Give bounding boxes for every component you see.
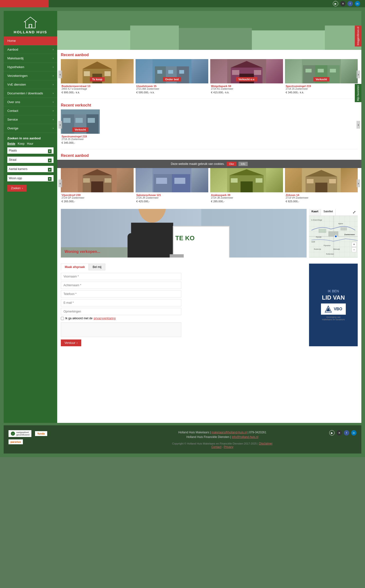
nav-vve[interactable]: VvE diensten › xyxy=(4,80,57,89)
prev-arrow-2[interactable]: ‹ xyxy=(58,179,62,187)
footer-email-makelaars[interactable]: makelaars@holland-huis.nl xyxy=(211,431,247,434)
inloggen-strip[interactable]: Inloggen/krovo.nl xyxy=(355,26,361,46)
verstuur-button[interactable]: Verstuur › xyxy=(61,339,81,346)
property-card-r3-4[interactable]: Zirkoon 14 2719 VH Zoetermeer € 825.000,… xyxy=(285,168,358,204)
privacy-checkbox[interactable] xyxy=(61,317,64,320)
prev-arrow-v[interactable]: ‹ xyxy=(58,121,62,129)
footer: ✓ vastgoedcertgecertificeerd funda parar… xyxy=(4,425,361,454)
nav-verzekeringen[interactable]: Verzekeringen › xyxy=(4,71,57,80)
telefoon-input[interactable] xyxy=(61,290,181,298)
property-card-r3-3[interactable]: Azaleaspark 39 2724 JB Zoetermeer € 285.… xyxy=(210,168,283,204)
next-arrow-1[interactable]: › xyxy=(356,71,360,78)
status-badge-4: Verkocht xyxy=(313,77,329,81)
property-grid-1: ‹ Te koop xyxy=(57,59,361,98)
svg-rect-71 xyxy=(329,179,336,183)
content-filler xyxy=(57,350,361,423)
footer-copyright: Copyright © Holland Huis Makelaars en Fi… xyxy=(115,442,329,449)
form-tab-afspraak[interactable]: Maak afspraak xyxy=(61,264,89,270)
prop-svg-r3 xyxy=(210,168,283,192)
nav-makelaardij[interactable]: Makelaardij › xyxy=(4,54,57,63)
footer-disclaimer[interactable]: Disclaimer xyxy=(259,442,273,445)
footer-facebook-icon[interactable]: f xyxy=(344,430,349,436)
property-card-r3-1[interactable]: Vijverdreef 230 2724 GP Zoetermeer € 265… xyxy=(61,168,134,204)
search-koop[interactable]: Koop xyxy=(18,142,25,145)
svg-rect-63 xyxy=(241,181,253,192)
property-image-r3-4 xyxy=(285,168,358,192)
cookie-text: Deze website maakt gebruik van cookies. xyxy=(171,162,225,166)
zoeken-button[interactable]: Zoeken › xyxy=(7,185,27,192)
property-name-4[interactable]: Spectrumsingel 219 xyxy=(286,85,357,88)
property-price-4: € 345.000,- k.k. xyxy=(286,91,357,94)
vastgoedcert-icon: ✓ xyxy=(10,431,15,436)
favorieten-strip[interactable]: Mijn favorieten xyxy=(355,84,361,102)
verstuur-arrow-icon: › xyxy=(77,341,78,345)
search-huur[interactable]: Huur xyxy=(27,142,33,145)
footer-privacy[interactable]: Privacy xyxy=(224,445,233,449)
prev-arrow-1[interactable]: ‹ xyxy=(58,71,62,78)
property-name-1[interactable]: Boekelermeerstraat 13 xyxy=(62,85,133,88)
property-card-v1[interactable]: Verkocht Spectrumsingel 219 2718 JS Zoet… xyxy=(61,109,100,145)
map-tabs: Kaart Satelliet ⤢ xyxy=(309,209,358,216)
vbo-logo-icon xyxy=(325,305,332,313)
twitter-icon[interactable]: ✕ xyxy=(340,1,346,6)
nav-documenten[interactable]: Documenten / downloads › xyxy=(4,89,57,98)
footer-play-icon[interactable]: ▶ xyxy=(329,430,335,436)
footer-twitter-icon[interactable]: ✕ xyxy=(337,430,342,436)
map-zoom-out[interactable]: − xyxy=(352,247,356,252)
nav-contact[interactable]: Contact › xyxy=(4,107,57,115)
email-input[interactable] xyxy=(61,299,181,306)
nav-service[interactable]: Service › xyxy=(4,115,57,124)
svg-rect-4 xyxy=(76,23,122,50)
footer-email-diensten[interactable]: info@holland-huis.nl xyxy=(232,435,258,439)
property-card-r3-2[interactable]: Salomeschouw 121 2726 JR Zoetermeer € 42… xyxy=(136,168,208,204)
next-arrow-v[interactable]: › xyxy=(356,121,360,129)
achternaam-input[interactable] xyxy=(61,282,181,289)
kamers-select[interactable]: Aantal kamers xyxy=(7,166,54,172)
map-tab-satelliet[interactable]: Satelliet xyxy=(321,209,336,215)
property-info-1: Boekelermeerstraat 13 2493 XJ 's-Gravenh… xyxy=(61,83,134,95)
woonopp-select[interactable]: Woon.opp xyxy=(7,175,54,181)
next-arrow-2[interactable]: › xyxy=(356,179,360,187)
property-card-3[interactable]: Verkocht o.v. Weigeliapark 59 2724 RJ Zo… xyxy=(210,59,283,95)
arrow-icon: › xyxy=(53,48,54,51)
property-card-1[interactable]: Te koop Boekelermeerstraat 13 2493 XJ 's… xyxy=(61,59,134,95)
property-name-r3-2[interactable]: Salomeschouw 121 xyxy=(136,194,208,196)
facebook-icon[interactable]: f xyxy=(347,1,353,6)
woning-text[interactable]: Woning verkopen... xyxy=(64,249,100,254)
property-name-v1[interactable]: Spectrumsingel 219 xyxy=(62,135,99,138)
nav-aanbod[interactable]: Aanbod › xyxy=(4,45,57,54)
property-price-r3-4: € 825.000,- xyxy=(286,200,357,203)
straal-select[interactable]: Straal xyxy=(7,157,54,163)
search-beide[interactable]: Beide xyxy=(7,142,15,145)
property-name-r3-1[interactable]: Vijverdreef 230 xyxy=(62,194,133,196)
nav-hypotheken[interactable]: Hypotheken › xyxy=(4,63,57,71)
nav-overige[interactable]: Overige › xyxy=(4,124,57,133)
map-tab-kaart[interactable]: Kaart xyxy=(309,209,321,215)
footer-linkedin-icon[interactable]: in xyxy=(351,430,356,436)
plaats-select[interactable]: Plaats xyxy=(7,147,54,154)
play-icon[interactable]: ▶ xyxy=(333,1,338,6)
map-expand-icon[interactable]: ⤢ xyxy=(351,209,358,215)
map-zoom-in[interactable]: + xyxy=(352,242,356,247)
property-name-r3-4[interactable]: Zirkoon 14 xyxy=(286,194,357,196)
footer-hh-makelaars: Holland Huis Makelaars | makelaars@holla… xyxy=(115,430,329,435)
form-tab-bel[interactable]: Bel mij xyxy=(89,264,105,270)
property-card-4[interactable]: Verkocht Spectrumsingel 219 2718 JS Zoet… xyxy=(285,59,358,95)
cookie-info-button[interactable]: Info xyxy=(238,162,248,166)
footer-contact[interactable]: Contact xyxy=(211,445,221,449)
woning-image: TE KO Woning verkopen... xyxy=(61,209,307,258)
nav-home[interactable]: Home xyxy=(4,36,57,45)
property-price-r3-2: € 425.000,- xyxy=(136,200,208,203)
property-addr-r3-1: 2724 GP Zoetermeer xyxy=(62,196,133,199)
opmerkingen-input[interactable] xyxy=(61,308,181,315)
property-name-r3-3[interactable]: Azaleaspark 39 xyxy=(211,194,282,196)
privacy-link[interactable]: privacyverklaring xyxy=(94,317,116,320)
nav-overons[interactable]: Over ons › xyxy=(4,98,57,107)
property-name-2[interactable]: IJsselstroom 15 xyxy=(136,85,208,88)
svg-rect-59 xyxy=(174,178,185,184)
voornaam-input[interactable] xyxy=(61,273,181,280)
linkedin-icon[interactable]: in xyxy=(355,1,360,6)
cookie-ok-button[interactable]: Oke xyxy=(227,162,236,166)
property-name-3[interactable]: Weigeliapark 59 xyxy=(211,85,282,88)
property-card-2[interactable]: Onder bod IJsselstroom 15 2721 AW Zoeter… xyxy=(136,59,208,95)
